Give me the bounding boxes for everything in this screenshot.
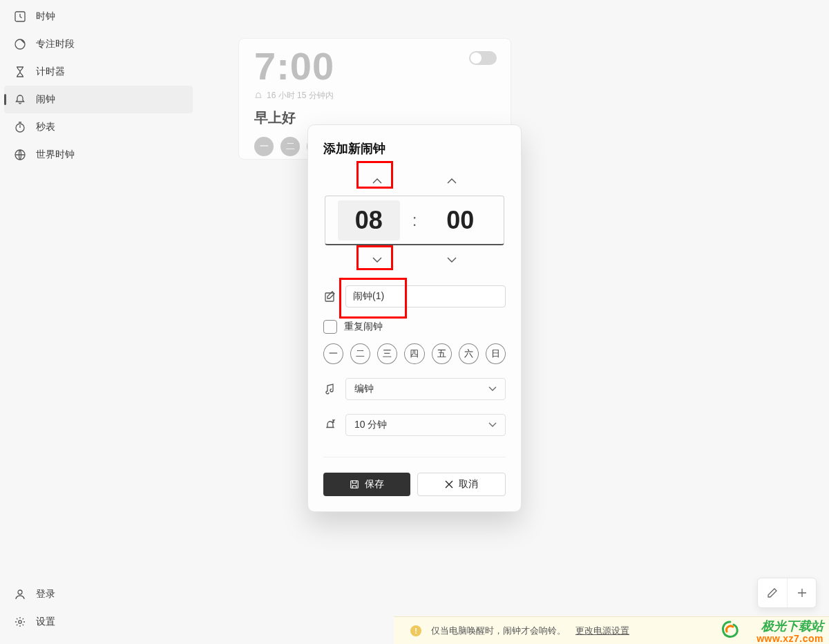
- main-area: 7:00 16 小时 15 分钟内 早上好 一 二 三 添加新闹钟: [197, 0, 829, 644]
- snooze-row: 10 分钟: [323, 414, 506, 436]
- cancel-button[interactable]: 取消: [417, 473, 506, 496]
- dialog-footer: 保存 取消: [323, 457, 506, 511]
- alarm-remaining: 16 小时 15 分钟内: [267, 90, 334, 102]
- sidebar-item-alarm[interactable]: 闹钟: [4, 86, 193, 113]
- dialog-title: 添加新闹钟: [323, 140, 506, 157]
- hourglass-icon: [14, 66, 26, 78]
- save-button[interactable]: 保存: [323, 473, 410, 496]
- sidebar-label: 时钟: [36, 10, 55, 23]
- alarm-toggle[interactable]: [469, 51, 497, 65]
- repeat-label: 重复闹钟: [344, 321, 383, 333]
- sidebar-item-stopwatch[interactable]: 秒表: [0, 113, 197, 141]
- sound-row: 编钟: [323, 378, 506, 400]
- alarm-name-row: [323, 285, 506, 307]
- chevron-up-icon: [372, 178, 382, 184]
- notification-bar: ! 仅当电脑唤醒时，闹钟才会响铃。 更改电源设置: [394, 616, 829, 644]
- sidebar-item-login[interactable]: 登录: [0, 580, 197, 608]
- user-icon: [14, 588, 26, 600]
- chevron-up-icon: [447, 178, 457, 184]
- power-settings-link[interactable]: 更改电源设置: [575, 625, 629, 637]
- chevron-down-icon: [488, 386, 497, 392]
- repeat-checkbox[interactable]: [323, 320, 337, 334]
- hour-up-button[interactable]: [361, 171, 394, 191]
- sound-select[interactable]: 编钟: [345, 378, 506, 400]
- sidebar-item-settings[interactable]: 设置: [0, 608, 197, 636]
- hour-down-button[interactable]: [361, 249, 394, 270]
- minute-value[interactable]: 00: [429, 206, 491, 235]
- week-day-sat[interactable]: 六: [459, 343, 479, 364]
- bell-icon: [14, 93, 26, 106]
- sidebar-label: 世界时钟: [36, 149, 75, 161]
- info-icon: !: [410, 625, 421, 636]
- alarm-meta: 16 小时 15 分钟内: [254, 90, 495, 102]
- time-picker: 08 : 00: [323, 171, 506, 270]
- sidebar: 时钟 专注时段 计时器 闹钟 秒表 世界时钟 登: [0, 0, 197, 644]
- sidebar-item-focus[interactable]: 专注时段: [0, 30, 197, 58]
- week-day-sun[interactable]: 日: [486, 343, 506, 364]
- notification-text: 仅当电脑唤醒时，闹钟才会响铃。: [431, 625, 566, 637]
- snooze-select[interactable]: 10 分钟: [345, 414, 506, 436]
- sidebar-label: 登录: [36, 588, 55, 600]
- week-day-mon[interactable]: 一: [323, 343, 343, 364]
- sound-value: 编钟: [354, 383, 374, 395]
- snooze-icon: [323, 418, 337, 432]
- chevron-down-icon: [488, 422, 497, 428]
- week-day-tue[interactable]: 二: [350, 343, 370, 364]
- add-alarm-button[interactable]: [787, 578, 816, 607]
- week-day-wed[interactable]: 三: [377, 343, 397, 364]
- hour-value[interactable]: 08: [338, 200, 400, 240]
- sidebar-label: 设置: [36, 616, 55, 628]
- time-colon: :: [412, 211, 417, 230]
- music-note-icon: [323, 382, 337, 396]
- chevron-down-icon: [372, 257, 382, 263]
- sidebar-item-clock[interactable]: 时钟: [0, 3, 197, 30]
- add-alarm-dialog: 添加新闹钟 08 : 00: [307, 124, 522, 512]
- repeat-row: 重复闹钟: [323, 320, 506, 334]
- sidebar-item-timer[interactable]: 计时器: [0, 58, 197, 86]
- week-day-thu[interactable]: 四: [404, 343, 424, 364]
- day-badge: 二: [280, 137, 300, 156]
- alarm-time: 7:00: [254, 47, 495, 86]
- save-icon: [350, 480, 359, 489]
- sidebar-label: 计时器: [36, 66, 65, 78]
- plus-icon: [797, 587, 808, 598]
- sidebar-label: 闹钟: [36, 93, 55, 106]
- time-display-box: 08 : 00: [325, 196, 504, 245]
- globe-icon: [14, 149, 26, 161]
- close-icon: [445, 480, 453, 489]
- edit-alarms-button[interactable]: [758, 578, 787, 607]
- minute-down-button[interactable]: [435, 249, 468, 270]
- minute-up-button[interactable]: [435, 171, 468, 191]
- fab-group: [757, 578, 817, 608]
- chevron-down-icon: [447, 257, 457, 263]
- bell-small-icon: [254, 92, 263, 100]
- day-badge: 一: [254, 137, 274, 156]
- stopwatch-icon: [14, 121, 26, 133]
- pencil-icon: [767, 587, 778, 598]
- save-label: 保存: [365, 478, 384, 491]
- sidebar-label: 专注时段: [36, 38, 75, 50]
- cancel-label: 取消: [459, 478, 478, 491]
- edit-icon: [323, 290, 337, 303]
- svg-point-5: [19, 621, 21, 623]
- sidebar-label: 秒表: [36, 121, 55, 133]
- alarm-name-input[interactable]: [345, 285, 506, 307]
- focus-icon: [14, 38, 26, 50]
- svg-point-4: [18, 590, 22, 594]
- snooze-value: 10 分钟: [354, 419, 387, 431]
- week-day-fri[interactable]: 五: [432, 343, 452, 364]
- week-day-row: 一 二 三 四 五 六 日: [323, 343, 506, 364]
- clock-icon: [14, 10, 26, 23]
- sidebar-item-worldclock[interactable]: 世界时钟: [0, 141, 197, 169]
- svg-rect-8: [351, 481, 359, 489]
- gear-icon: [14, 616, 26, 628]
